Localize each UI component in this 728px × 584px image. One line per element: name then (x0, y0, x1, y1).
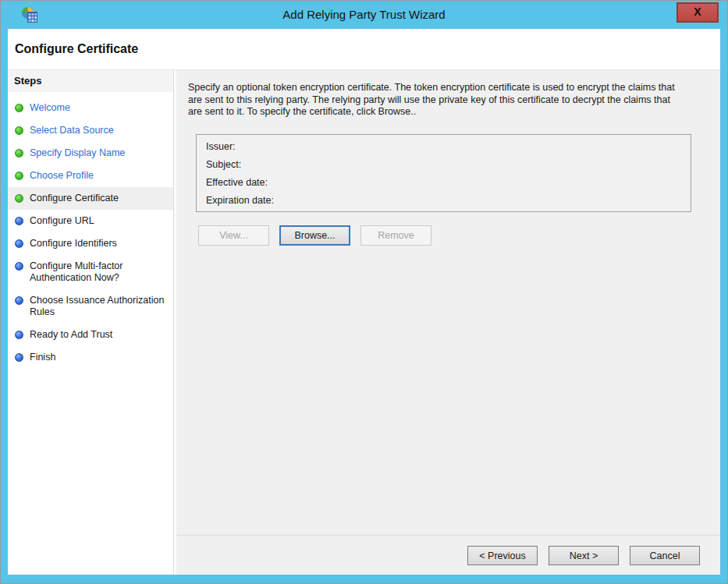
step-upcoming-icon (15, 262, 23, 271)
step-upcoming-icon (15, 217, 23, 225)
view-button[interactable]: View... (198, 225, 269, 246)
certificate-issuer-label: Issuer: (206, 138, 681, 156)
steps-list: Welcome Select Data Source Specify Displ… (8, 92, 173, 369)
step-upcoming-icon (15, 331, 23, 339)
certificate-effective-date-label: Effective date: (206, 174, 681, 192)
wizard-body: Steps Welcome Select Data Source Specify… (8, 69, 720, 575)
step-completed-icon (15, 104, 23, 112)
step-completed-icon (15, 172, 23, 180)
sidebar-item-configure-certificate[interactable]: Configure Certificate (8, 187, 173, 210)
step-completed-icon (15, 149, 23, 158)
next-button[interactable]: Next > (549, 546, 619, 565)
previous-button[interactable]: < Previous (467, 546, 538, 565)
certificate-expiration-date-label: Expiration date: (206, 192, 681, 210)
sidebar-item-ready-to-add-trust: Ready to Add Trust (8, 324, 173, 346)
wizard-window: Add Relying Party Trust Wizard X Configu… (0, 0, 728, 584)
step-upcoming-icon (15, 353, 23, 362)
step-completed-icon (15, 194, 23, 203)
title-bar[interactable]: Add Relying Party Trust Wizard X (1, 1, 727, 29)
step-completed-icon (15, 126, 23, 135)
main-content: Specify an optional token encryption cer… (176, 70, 720, 535)
step-upcoming-icon (15, 296, 23, 305)
steps-heading: Steps (8, 70, 173, 92)
sidebar-item-specify-display-name[interactable]: Specify Display Name (8, 142, 173, 165)
page-header: Configure Certificate (8, 29, 720, 69)
step-upcoming-icon (15, 239, 23, 248)
wizard-content: Configure Certificate Steps Welcome Sele… (8, 29, 720, 575)
page-title: Configure Certificate (15, 42, 138, 56)
window-title: Add Relying Party Trust Wizard (1, 8, 727, 21)
browse-button[interactable]: Browse... (279, 225, 350, 246)
page-description: Specify an optional token encryption cer… (188, 82, 681, 119)
sidebar-item-configure-url: Configure URL (8, 210, 173, 232)
sidebar-item-select-data-source[interactable]: Select Data Source (8, 119, 173, 142)
sidebar-item-configure-mfa: Configure Multi-factor Authentication No… (8, 255, 173, 289)
main-pane: Specify an optional token encryption cer… (174, 70, 720, 575)
sidebar-item-welcome[interactable]: Welcome (8, 97, 173, 119)
sidebar-item-finish: Finish (8, 346, 173, 369)
close-icon: X (694, 5, 701, 18)
certificate-details-box: Issuer: Subject: Effective date: Expirat… (196, 134, 691, 212)
steps-sidebar: Steps Welcome Select Data Source Specify… (8, 70, 174, 575)
certificate-actions: View... Browse... Remove (198, 225, 705, 246)
wizard-footer: < Previous Next > Cancel (176, 535, 720, 575)
remove-button[interactable]: Remove (360, 225, 431, 246)
certificate-subject-label: Subject: (206, 156, 681, 174)
sidebar-item-choose-issuance-rules: Choose Issuance Authorization Rules (8, 289, 173, 324)
cancel-button[interactable]: Cancel (630, 546, 700, 565)
close-button[interactable]: X (677, 2, 719, 23)
sidebar-item-choose-profile[interactable]: Choose Profile (8, 165, 173, 187)
sidebar-item-configure-identifiers: Configure Identifiers (8, 232, 173, 255)
